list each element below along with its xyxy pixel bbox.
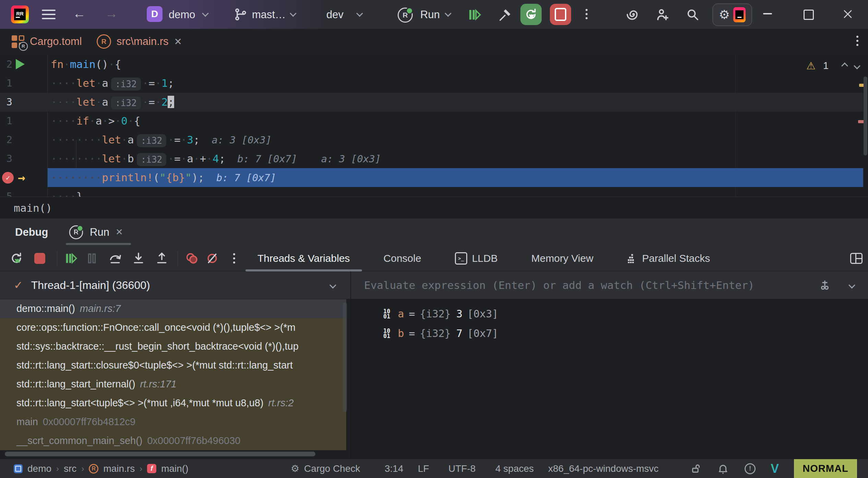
tab-options-icon[interactable] bbox=[856, 36, 858, 46]
encoding-widget[interactable]: UTF-8 bbox=[448, 459, 475, 478]
frames-vertical-scrollbar[interactable] bbox=[343, 302, 347, 412]
exclamation-icon: ! bbox=[745, 463, 756, 474]
stack-frame[interactable]: std::rt::lang_start::closure$0<tuple$<> … bbox=[0, 356, 346, 375]
tab-main-rs[interactable]: R src\main.rs ✕ bbox=[97, 29, 182, 54]
layout-settings-icon[interactable] bbox=[850, 253, 863, 264]
frames-horizontal-scrollbar[interactable] bbox=[5, 452, 315, 456]
debug-view-tab-memory-view[interactable]: Memory View bbox=[519, 245, 605, 271]
vim-widget[interactable]: V bbox=[771, 459, 779, 478]
mute-breakpoints-button[interactable] bbox=[203, 245, 221, 271]
project-mini-icon bbox=[14, 464, 23, 473]
vim-mode-badge[interactable]: NORMAL bbox=[794, 459, 857, 478]
debug-view-tab-parallel-stacks[interactable]: Parallel Stacks bbox=[615, 245, 722, 271]
debug-view-tab-console[interactable]: Console bbox=[372, 245, 433, 271]
line-number: 2 bbox=[0, 55, 12, 74]
thread-status-check-icon: ✓ bbox=[14, 279, 23, 292]
run-config-selector[interactable]: Run bbox=[420, 9, 440, 21]
tab-close-icon[interactable]: ✕ bbox=[174, 36, 182, 47]
target-widget[interactable]: x86_64-pc-windows-msvc bbox=[548, 459, 659, 478]
back-arrow-icon[interactable]: ← bbox=[73, 7, 86, 20]
step-out-button[interactable] bbox=[152, 245, 171, 271]
window-close-button[interactable] bbox=[843, 9, 853, 19]
debug-more-actions-icon[interactable] bbox=[226, 245, 243, 271]
ide-window: RR ← → D demo mast… dev R Run bbox=[0, 0, 868, 478]
code-line[interactable]: 2········let·a:i32·=·3; a: 3 [0x3] bbox=[0, 130, 868, 149]
build-hammer-icon[interactable] bbox=[498, 8, 512, 22]
sticky-scope-line[interactable]: main() bbox=[0, 197, 868, 219]
stack-frame[interactable]: main0x00007ff76b4812c9 bbox=[0, 412, 346, 431]
stack-frame[interactable]: __scrt_common_main_seh()0x00007ff76b4960… bbox=[0, 431, 346, 450]
inspections-widget[interactable]: ⚠ 1 bbox=[806, 60, 859, 72]
crumb-file[interactable]: main.rs bbox=[103, 463, 135, 474]
more-actions-icon[interactable] bbox=[586, 9, 588, 19]
indent-widget[interactable]: 4 spaces bbox=[495, 459, 534, 478]
problems-widget[interactable]: ! bbox=[745, 459, 756, 478]
session-tab-close-icon[interactable]: ✕ bbox=[116, 227, 123, 237]
debug-session-tab[interactable]: R Run ✕ bbox=[69, 219, 123, 245]
notifications-widget[interactable] bbox=[717, 459, 729, 478]
function-icon: f bbox=[147, 464, 156, 473]
stack-frame[interactable]: demo::main()main.rs:7 bbox=[0, 299, 346, 318]
rerun-button[interactable] bbox=[7, 245, 26, 271]
stack-frame[interactable]: std::rt::lang_start_internal()rt.rs:171 bbox=[0, 375, 346, 394]
stack-frame[interactable]: core::ops::function::FnOnce::call_once<v… bbox=[0, 318, 346, 337]
run-config-icon[interactable]: R bbox=[398, 8, 413, 23]
project-selector[interactable]: demo bbox=[169, 9, 195, 21]
resume-program-icon[interactable] bbox=[467, 8, 481, 22]
window-maximize-button[interactable] bbox=[804, 10, 814, 20]
step-over-button[interactable] bbox=[106, 245, 125, 271]
view-breakpoints-button[interactable] bbox=[182, 245, 201, 271]
stop-button[interactable] bbox=[550, 4, 571, 25]
code-line[interactable]: 2fn·main()·{ bbox=[0, 55, 868, 74]
ai-assistant-icon[interactable] bbox=[627, 8, 640, 21]
caret-position-widget[interactable]: 3:14 bbox=[385, 459, 403, 478]
breadcrumb[interactable]: demo › src › R main.rs › f main() bbox=[14, 459, 189, 478]
stack-frame[interactable]: std::sys::backtrace::__rust_begin_short_… bbox=[0, 337, 346, 356]
rerun-bug-icon bbox=[524, 8, 538, 21]
forward-arrow-icon[interactable]: → bbox=[105, 7, 118, 20]
tab-cargo-toml[interactable]: R Cargo.toml bbox=[12, 29, 82, 54]
readonly-lock-widget[interactable] bbox=[690, 459, 701, 478]
cargo-check-widget[interactable]: ⚙ Cargo Check bbox=[291, 459, 360, 478]
add-watch-icon[interactable] bbox=[819, 279, 831, 291]
project-icon[interactable]: D bbox=[147, 6, 162, 22]
search-icon[interactable] bbox=[686, 8, 699, 21]
git-branch-icon[interactable] bbox=[234, 8, 248, 21]
pause-button[interactable] bbox=[82, 245, 101, 271]
profile-selector[interactable]: dev bbox=[326, 9, 343, 21]
rerun-debug-button[interactable] bbox=[520, 4, 542, 25]
code-line[interactable]: 5····} bbox=[0, 187, 868, 197]
crumb-project[interactable]: demo bbox=[27, 463, 51, 474]
code-line[interactable]: 3····let·a:i32·=·2; bbox=[0, 93, 868, 112]
code-line[interactable]: 1····if·a·>·0·{ bbox=[0, 112, 868, 130]
crumb-function[interactable]: main() bbox=[161, 463, 188, 474]
step-into-button[interactable] bbox=[129, 245, 148, 271]
window-minimize-button[interactable] bbox=[763, 13, 772, 14]
editor-scrollbar[interactable] bbox=[864, 77, 867, 155]
branch-selector[interactable]: mast… bbox=[252, 9, 286, 21]
code-with-me-icon[interactable] bbox=[655, 8, 670, 22]
breakpoint-icon[interactable]: ✓ bbox=[2, 172, 14, 184]
settings-widget[interactable]: ⚙ bbox=[712, 3, 752, 26]
code-line[interactable]: ✓→········println!("{b}"); b: 7 [0x7] bbox=[0, 168, 868, 187]
variable-row[interactable]: 1001b={i32}7[0x7] bbox=[351, 324, 868, 343]
thread-selector[interactable]: ✓ Thread-1-[main] (36600) bbox=[0, 271, 350, 299]
crumb-dir[interactable]: src bbox=[64, 463, 76, 474]
evaluate-expression-input[interactable]: Evaluate expression (Enter) or add a wat… bbox=[351, 271, 868, 299]
debug-view-tab-lldb[interactable]: >_LLDB bbox=[443, 245, 510, 271]
main-menu-icon[interactable] bbox=[42, 10, 56, 19]
project-chevron-icon bbox=[202, 10, 209, 17]
debug-view-tab-threads-variables[interactable]: Threads & Variables bbox=[245, 245, 362, 271]
run-gutter-icon[interactable] bbox=[16, 59, 25, 69]
code-editor[interactable]: 2fn·main()·{1····let·a:i32·=·1;3····let·… bbox=[0, 54, 868, 197]
resume-button[interactable] bbox=[61, 245, 80, 271]
prev-problem-icon[interactable] bbox=[841, 62, 848, 69]
stop-debug-button[interactable] bbox=[30, 245, 49, 271]
line-ending-widget[interactable]: LF bbox=[418, 459, 429, 478]
variable-row[interactable]: 1001a={i32}3[0x3] bbox=[351, 304, 868, 324]
code-line[interactable]: 3········let·b:i32·=·a·+·4; b: 7 [0x7] a… bbox=[0, 149, 868, 168]
next-problem-icon[interactable] bbox=[854, 62, 860, 69]
code-line[interactable]: 1····let·a:i32·=·1; bbox=[0, 74, 868, 93]
stack-frame[interactable]: std::rt::lang_start<tuple$<> >(*mut ,i64… bbox=[0, 394, 346, 412]
stop-icon bbox=[34, 253, 45, 264]
